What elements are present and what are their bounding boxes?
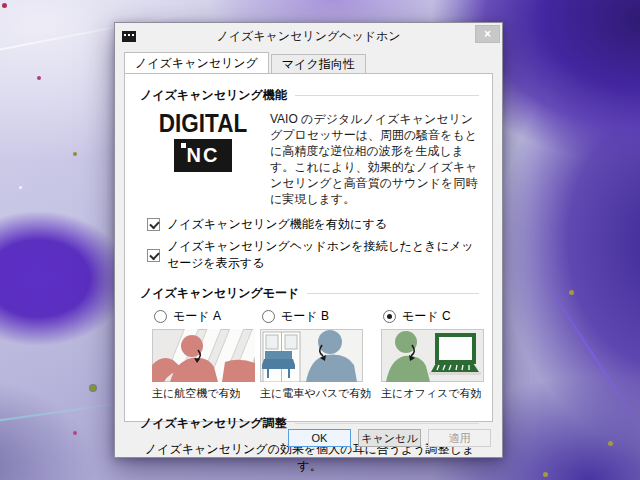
radio-mode-c-label: モード C [402, 308, 451, 325]
tab-noise-canceling[interactable]: ノイズキャンセリング [124, 52, 269, 73]
radio-mode-c[interactable]: モード C [383, 309, 484, 324]
logo-nc-text: NC [187, 144, 220, 167]
mode-options: モード A [152, 309, 479, 401]
checkbox-checked-icon[interactable] [147, 249, 160, 262]
checkbox-enable-nc[interactable]: ノイズキャンセリング機能を有効にする [147, 216, 479, 233]
logo-nc-badge: NC [174, 139, 232, 172]
section-adjust-title: ノイズキャンセリング調整 [140, 415, 287, 432]
app-icon [122, 31, 136, 42]
paint-speck [73, 152, 77, 156]
paint-speck [2, 3, 7, 8]
checkbox-checked-icon[interactable] [147, 218, 160, 231]
radio-unselected-icon[interactable] [154, 310, 167, 323]
section-mode-title: ノイズキャンセリングモード [140, 285, 299, 302]
radio-mode-a-label: モード A [173, 308, 221, 325]
mode-option-c: モード C [381, 309, 484, 401]
window-title: ノイズキャンセリングヘッドホン [115, 23, 502, 49]
paint-speck [19, 186, 22, 189]
section-mode-header: ノイズキャンセリングモード [140, 285, 479, 302]
checkbox-show-message[interactable]: ノイズキャンセリングヘッドホンを接続したときにメッセージを表示する [147, 238, 479, 272]
function-description: VAIO のデジタルノイズキャンセリングプロセッサーは、周囲の騒音をもとに高精度… [270, 111, 479, 207]
dialog-buttons: OK キャンセル 適用 [288, 429, 491, 447]
mode-option-a: モード A [152, 309, 255, 401]
logo-digital-text: DIGITAL [155, 111, 250, 137]
mode-option-b: モード B [260, 309, 363, 401]
mode-b-caption: 主に電車やバスで有効 [260, 386, 363, 401]
radio-mode-b[interactable]: モード B [262, 309, 363, 324]
section-function-header: ノイズキャンセリング機能 [140, 87, 479, 104]
paint-speck [608, 441, 613, 446]
digital-nc-logo: DIGITAL NC [150, 111, 256, 207]
screen: ノイズキャンセリングヘッドホン × ノイズキャンセリング マイク指向性 ノイズキ… [0, 0, 640, 480]
apply-button[interactable]: 適用 [428, 429, 491, 447]
section-function-title: ノイズキャンセリング機能 [140, 87, 287, 104]
mode-a-airplane-image [152, 329, 255, 382]
close-button[interactable]: × [475, 25, 500, 43]
paint-speck [90, 385, 96, 391]
tab-panel: ノイズキャンセリング機能 DIGITAL NC VAIO のデジタルノイズキャン… [124, 73, 493, 422]
paint-speck [569, 290, 574, 295]
tab-strip: ノイズキャンセリング マイク指向性 [124, 52, 368, 73]
checkbox-show-message-label: ノイズキャンセリングヘッドホンを接続したときにメッセージを表示する [167, 238, 479, 272]
paint-speck [543, 472, 548, 477]
radio-mode-b-label: モード B [281, 308, 329, 325]
radio-mode-a[interactable]: モード A [154, 309, 255, 324]
paint-speck [37, 76, 41, 80]
mode-b-train-image [260, 329, 363, 382]
ok-button[interactable]: OK [288, 429, 351, 447]
close-icon: × [484, 27, 491, 41]
mode-c-office-image [381, 329, 484, 382]
mode-a-caption: 主に航空機で有効 [152, 386, 255, 401]
tab-mic-directivity[interactable]: マイク指向性 [271, 54, 366, 73]
function-row: DIGITAL NC VAIO のデジタルノイズキャンセリングプロセッサーは、周… [140, 111, 479, 207]
noise-canceling-dialog: ノイズキャンセリングヘッドホン × ノイズキャンセリング マイク指向性 ノイズキ… [114, 22, 503, 458]
paint-speck [73, 431, 77, 435]
checkbox-enable-nc-label: ノイズキャンセリング機能を有効にする [167, 216, 387, 233]
titlebar[interactable]: ノイズキャンセリングヘッドホン × [115, 23, 502, 50]
mode-c-caption: 主にオフィスで有効 [381, 386, 484, 401]
radio-selected-icon[interactable] [383, 310, 396, 323]
radio-unselected-icon[interactable] [262, 310, 275, 323]
cancel-button[interactable]: キャンセル [358, 429, 421, 447]
